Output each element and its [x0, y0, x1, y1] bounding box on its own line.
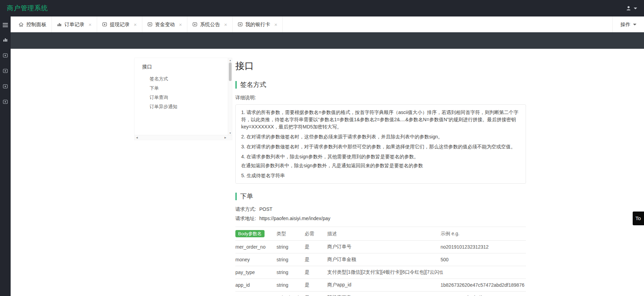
- rail-item-withdrawals[interactable]: [0, 51, 11, 59]
- sidebar-collapse-button[interactable]: [0, 21, 11, 29]
- sign-notes-box: 1. 请求的所有参数，需要根据参数名=参数值的格式，按首字符字典顺序（ascii…: [235, 104, 526, 184]
- rail-item-funds[interactable]: [0, 67, 11, 75]
- col-header-required: 必需: [305, 227, 327, 241]
- cell-example: 1: [441, 266, 526, 279]
- tab-my-bank-card[interactable]: 我的银行卡 ×: [233, 16, 283, 32]
- dot-box-icon: [3, 99, 8, 104]
- cell-name: pay_type: [235, 266, 277, 279]
- cell-required: 是: [305, 279, 327, 292]
- tab-label: 我的银行卡: [245, 21, 270, 28]
- home-icon: [19, 22, 24, 27]
- tab-label: 资金变动: [155, 21, 175, 28]
- tab-bar: 控制面板 订单记录 × 提现记录 × 资金变动 × 系统公告 × 我的银行卡 ×: [11, 16, 644, 32]
- col-header-type: 类型: [277, 227, 305, 241]
- rail-item-notice[interactable]: [0, 82, 11, 90]
- bar-chart-icon: [57, 22, 62, 27]
- request-url-line: 请求地址: https://paofen.aisiyi.me/index/pay: [235, 216, 526, 222]
- tab-dashboard[interactable]: 控制面板: [13, 16, 52, 32]
- cell-desc: 商户订单号: [327, 241, 441, 253]
- cell-type: string: [277, 241, 305, 253]
- table-row: nonce_str string(100) 是 随机字符串 as32432423…: [235, 292, 526, 296]
- tab-close-icon[interactable]: ×: [224, 22, 227, 27]
- tab-close-icon[interactable]: ×: [89, 22, 92, 27]
- note-line: 3. 在对请求的参数做签名时，对于请求参数列表中那些可空的参数，如果选择使用它们…: [241, 143, 520, 150]
- tab-system-notice[interactable]: 系统公告 ×: [187, 16, 233, 32]
- main-content: 接口 签名方式 下单 订单查询 订单异步通知 ▲ ▼ ◀ ▶ 接口 签名方式 详…: [11, 49, 644, 296]
- cell-example: 1b826732620e47c57472abd2df189876: [441, 279, 526, 292]
- rail-item-bankcard[interactable]: [0, 98, 11, 106]
- tab-fund-changes[interactable]: 资金变动 ×: [142, 16, 188, 32]
- actions-dropdown[interactable]: 操作: [612, 16, 644, 32]
- dot-box-icon: [3, 68, 8, 73]
- request-method-label: 请求方式:: [235, 206, 256, 212]
- dot-box-icon: [148, 22, 152, 27]
- cell-required: 是: [305, 241, 327, 253]
- dot-box-icon: [3, 84, 8, 89]
- tab-label: 订单记录: [65, 21, 84, 28]
- doc-nav-item-order-query[interactable]: 订单查询: [142, 93, 224, 102]
- cell-type: string: [277, 253, 305, 266]
- dot-box-icon: [102, 22, 107, 27]
- table-row: money string 是 商户订单金额 500: [235, 253, 526, 266]
- dot-box-icon: [238, 22, 243, 27]
- section-heading-sign-method: 签名方式: [235, 81, 526, 89]
- tab-close-icon[interactable]: ×: [134, 22, 137, 27]
- note-line: 5. 生成待签名字符串: [241, 172, 520, 179]
- cell-required: 是: [305, 253, 327, 266]
- scroll-left-icon[interactable]: ◀: [134, 135, 139, 140]
- col-header-desc: 描述: [327, 227, 441, 241]
- cell-required: 是: [305, 292, 327, 296]
- cell-desc: 随机字符串: [327, 292, 441, 296]
- tab-close-icon[interactable]: ×: [274, 22, 278, 27]
- dot-box-icon: [3, 53, 8, 58]
- cell-required: 是: [305, 266, 327, 279]
- scroll-right-icon[interactable]: ▶: [223, 135, 228, 140]
- body-param-badge: Body参数名: [235, 230, 265, 237]
- tab-label: 提现记录: [110, 21, 130, 28]
- user-icon: [626, 5, 631, 11]
- page-title: 接口: [235, 60, 526, 72]
- scrollbar-thumb[interactable]: [229, 62, 232, 81]
- cell-example: 500: [441, 253, 526, 266]
- request-method-line: 请求方式: POST: [235, 206, 526, 213]
- note-line: 4. 在请求参数列表中，除去sign参数外，其他需要使用到的参数皆是要签名的参数…: [241, 153, 520, 160]
- content-header-band: [11, 32, 644, 49]
- actions-label: 操作: [620, 21, 630, 28]
- request-url-label: 请求地址:: [235, 216, 256, 221]
- doc-nav-item-order-notify[interactable]: 订单异步通知: [142, 102, 224, 111]
- app-title: 商户管理系统: [7, 4, 48, 13]
- back-to-top-button[interactable]: To: [633, 212, 644, 225]
- vertical-scrollbar[interactable]: ▲ ▼: [228, 58, 232, 135]
- cell-desc: 商户app_id: [327, 279, 441, 292]
- hamburger-icon: [3, 23, 8, 27]
- col-header-example: 示例 e.g.: [441, 227, 526, 241]
- tab-label: 控制面板: [26, 21, 46, 28]
- scroll-down-icon[interactable]: ▼: [228, 131, 232, 135]
- chevron-down-icon: [634, 8, 637, 9]
- doc-nav-title: 接口: [142, 64, 224, 70]
- cell-type: string(100): [277, 292, 305, 296]
- user-menu[interactable]: [626, 5, 637, 11]
- doc-nav-item-sign-method[interactable]: 签名方式: [142, 74, 224, 83]
- cell-name: money: [235, 253, 277, 266]
- icon-rail: [0, 16, 11, 296]
- note-line: 2. 在对请求的参数做签名时，这些参数必须来源于请求参数列表，并且除去列表中的参…: [241, 133, 520, 140]
- note-line: 1. 请求的所有参数，需要根据参数名=参数值的格式，按首字符字典顺序（ascii…: [241, 109, 520, 130]
- cell-name: app_id: [235, 279, 277, 292]
- note-line: 在通知返回参数列表中，除去sign参数外，凡是通知返回回来的参数皆是要签名的参数: [241, 162, 520, 169]
- tab-close-icon[interactable]: ×: [179, 22, 182, 27]
- cell-desc: 商户订单金额: [327, 253, 441, 266]
- doc-side-nav: 接口 签名方式 下单 订单查询 订单异步通知 ▲ ▼ ◀ ▶: [134, 58, 232, 140]
- tab-order-records[interactable]: 订单记录 ×: [52, 16, 97, 32]
- cell-type: string: [277, 266, 305, 279]
- app-header: 商户管理系统: [0, 0, 644, 16]
- horizontal-scrollbar[interactable]: ◀ ▶: [134, 135, 232, 140]
- cell-name: mer_order_no: [235, 241, 277, 253]
- tab-withdraw-records[interactable]: 提现记录 ×: [97, 16, 142, 32]
- cell-name: nonce_str: [235, 292, 277, 296]
- doc-nav-item-place-order[interactable]: 下单: [142, 83, 224, 93]
- param-table: Body参数名 类型 必需 描述 示例 e.g. mer_order_no st…: [235, 227, 526, 296]
- scroll-up-icon[interactable]: ▲: [228, 58, 232, 62]
- rail-item-orders[interactable]: [0, 35, 11, 44]
- detail-label: 详细说明:: [235, 95, 526, 101]
